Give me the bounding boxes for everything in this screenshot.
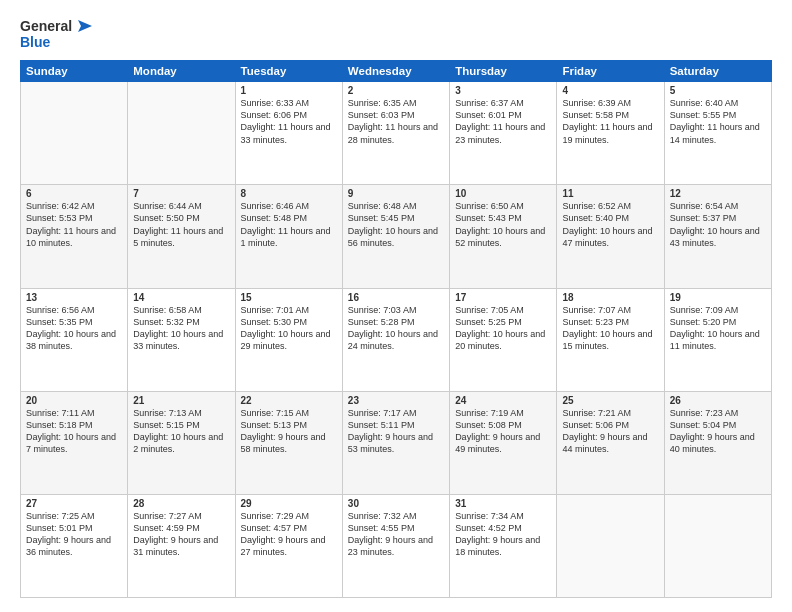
day-number: 23 <box>348 395 444 406</box>
page: General Blue SundayMondayTuesdayWednesda… <box>0 0 792 612</box>
day-number: 22 <box>241 395 337 406</box>
day-cell <box>664 494 771 597</box>
day-number: 24 <box>455 395 551 406</box>
day-cell <box>21 82 128 185</box>
day-cell: 20Sunrise: 7:11 AM Sunset: 5:18 PM Dayli… <box>21 391 128 494</box>
day-cell: 26Sunrise: 7:23 AM Sunset: 5:04 PM Dayli… <box>664 391 771 494</box>
day-info: Sunrise: 6:48 AM Sunset: 5:45 PM Dayligh… <box>348 200 444 249</box>
day-number: 18 <box>562 292 658 303</box>
day-number: 1 <box>241 85 337 96</box>
logo-text-block: General Blue <box>20 18 92 50</box>
day-number: 8 <box>241 188 337 199</box>
day-number: 25 <box>562 395 658 406</box>
day-cell: 22Sunrise: 7:15 AM Sunset: 5:13 PM Dayli… <box>235 391 342 494</box>
day-number: 9 <box>348 188 444 199</box>
day-info: Sunrise: 6:46 AM Sunset: 5:48 PM Dayligh… <box>241 200 337 249</box>
day-number: 14 <box>133 292 229 303</box>
day-cell: 24Sunrise: 7:19 AM Sunset: 5:08 PM Dayli… <box>450 391 557 494</box>
logo-blue: Blue <box>20 34 50 50</box>
day-info: Sunrise: 7:13 AM Sunset: 5:15 PM Dayligh… <box>133 407 229 456</box>
day-info: Sunrise: 7:01 AM Sunset: 5:30 PM Dayligh… <box>241 304 337 353</box>
day-number: 30 <box>348 498 444 509</box>
day-number: 26 <box>670 395 766 406</box>
day-info: Sunrise: 6:52 AM Sunset: 5:40 PM Dayligh… <box>562 200 658 249</box>
week-row-1: 1Sunrise: 6:33 AM Sunset: 6:06 PM Daylig… <box>21 82 772 185</box>
day-cell: 3Sunrise: 6:37 AM Sunset: 6:01 PM Daylig… <box>450 82 557 185</box>
day-number: 3 <box>455 85 551 96</box>
day-cell: 1Sunrise: 6:33 AM Sunset: 6:06 PM Daylig… <box>235 82 342 185</box>
day-cell: 6Sunrise: 6:42 AM Sunset: 5:53 PM Daylig… <box>21 185 128 288</box>
day-number: 10 <box>455 188 551 199</box>
day-number: 21 <box>133 395 229 406</box>
day-cell: 15Sunrise: 7:01 AM Sunset: 5:30 PM Dayli… <box>235 288 342 391</box>
day-info: Sunrise: 7:05 AM Sunset: 5:25 PM Dayligh… <box>455 304 551 353</box>
day-info: Sunrise: 7:03 AM Sunset: 5:28 PM Dayligh… <box>348 304 444 353</box>
day-number: 6 <box>26 188 122 199</box>
svg-marker-0 <box>78 20 92 32</box>
day-number: 7 <box>133 188 229 199</box>
day-cell: 25Sunrise: 7:21 AM Sunset: 5:06 PM Dayli… <box>557 391 664 494</box>
day-info: Sunrise: 7:21 AM Sunset: 5:06 PM Dayligh… <box>562 407 658 456</box>
day-cell: 18Sunrise: 7:07 AM Sunset: 5:23 PM Dayli… <box>557 288 664 391</box>
day-info: Sunrise: 7:23 AM Sunset: 5:04 PM Dayligh… <box>670 407 766 456</box>
weekday-header-saturday: Saturday <box>664 61 771 82</box>
day-number: 5 <box>670 85 766 96</box>
day-cell: 29Sunrise: 7:29 AM Sunset: 4:57 PM Dayli… <box>235 494 342 597</box>
day-info: Sunrise: 7:29 AM Sunset: 4:57 PM Dayligh… <box>241 510 337 559</box>
day-info: Sunrise: 6:39 AM Sunset: 5:58 PM Dayligh… <box>562 97 658 146</box>
day-number: 20 <box>26 395 122 406</box>
day-cell: 27Sunrise: 7:25 AM Sunset: 5:01 PM Dayli… <box>21 494 128 597</box>
day-number: 19 <box>670 292 766 303</box>
day-cell: 21Sunrise: 7:13 AM Sunset: 5:15 PM Dayli… <box>128 391 235 494</box>
calendar-table: SundayMondayTuesdayWednesdayThursdayFrid… <box>20 60 772 598</box>
day-cell: 17Sunrise: 7:05 AM Sunset: 5:25 PM Dayli… <box>450 288 557 391</box>
day-cell: 7Sunrise: 6:44 AM Sunset: 5:50 PM Daylig… <box>128 185 235 288</box>
week-row-3: 13Sunrise: 6:56 AM Sunset: 5:35 PM Dayli… <box>21 288 772 391</box>
day-info: Sunrise: 6:58 AM Sunset: 5:32 PM Dayligh… <box>133 304 229 353</box>
day-number: 2 <box>348 85 444 96</box>
day-cell: 8Sunrise: 6:46 AM Sunset: 5:48 PM Daylig… <box>235 185 342 288</box>
header: General Blue <box>20 18 772 50</box>
day-info: Sunrise: 7:19 AM Sunset: 5:08 PM Dayligh… <box>455 407 551 456</box>
day-info: Sunrise: 6:42 AM Sunset: 5:53 PM Dayligh… <box>26 200 122 249</box>
day-cell: 10Sunrise: 6:50 AM Sunset: 5:43 PM Dayli… <box>450 185 557 288</box>
day-cell: 28Sunrise: 7:27 AM Sunset: 4:59 PM Dayli… <box>128 494 235 597</box>
weekday-header-tuesday: Tuesday <box>235 61 342 82</box>
logo: General Blue <box>20 18 92 50</box>
week-row-5: 27Sunrise: 7:25 AM Sunset: 5:01 PM Dayli… <box>21 494 772 597</box>
day-number: 27 <box>26 498 122 509</box>
day-cell: 11Sunrise: 6:52 AM Sunset: 5:40 PM Dayli… <box>557 185 664 288</box>
day-info: Sunrise: 7:17 AM Sunset: 5:11 PM Dayligh… <box>348 407 444 456</box>
day-cell: 9Sunrise: 6:48 AM Sunset: 5:45 PM Daylig… <box>342 185 449 288</box>
week-row-4: 20Sunrise: 7:11 AM Sunset: 5:18 PM Dayli… <box>21 391 772 494</box>
day-info: Sunrise: 6:56 AM Sunset: 5:35 PM Dayligh… <box>26 304 122 353</box>
day-number: 4 <box>562 85 658 96</box>
day-info: Sunrise: 7:15 AM Sunset: 5:13 PM Dayligh… <box>241 407 337 456</box>
day-info: Sunrise: 7:09 AM Sunset: 5:20 PM Dayligh… <box>670 304 766 353</box>
day-info: Sunrise: 7:32 AM Sunset: 4:55 PM Dayligh… <box>348 510 444 559</box>
day-info: Sunrise: 6:33 AM Sunset: 6:06 PM Dayligh… <box>241 97 337 146</box>
day-number: 12 <box>670 188 766 199</box>
day-cell <box>128 82 235 185</box>
week-row-2: 6Sunrise: 6:42 AM Sunset: 5:53 PM Daylig… <box>21 185 772 288</box>
day-number: 13 <box>26 292 122 303</box>
day-cell: 16Sunrise: 7:03 AM Sunset: 5:28 PM Dayli… <box>342 288 449 391</box>
day-number: 29 <box>241 498 337 509</box>
day-info: Sunrise: 7:11 AM Sunset: 5:18 PM Dayligh… <box>26 407 122 456</box>
day-info: Sunrise: 7:34 AM Sunset: 4:52 PM Dayligh… <box>455 510 551 559</box>
day-info: Sunrise: 6:37 AM Sunset: 6:01 PM Dayligh… <box>455 97 551 146</box>
day-info: Sunrise: 6:40 AM Sunset: 5:55 PM Dayligh… <box>670 97 766 146</box>
day-number: 31 <box>455 498 551 509</box>
day-number: 11 <box>562 188 658 199</box>
day-number: 16 <box>348 292 444 303</box>
weekday-header-sunday: Sunday <box>21 61 128 82</box>
day-cell: 2Sunrise: 6:35 AM Sunset: 6:03 PM Daylig… <box>342 82 449 185</box>
day-cell: 14Sunrise: 6:58 AM Sunset: 5:32 PM Dayli… <box>128 288 235 391</box>
day-cell <box>557 494 664 597</box>
day-info: Sunrise: 6:44 AM Sunset: 5:50 PM Dayligh… <box>133 200 229 249</box>
logo-general: General <box>20 18 72 34</box>
day-cell: 30Sunrise: 7:32 AM Sunset: 4:55 PM Dayli… <box>342 494 449 597</box>
day-cell: 12Sunrise: 6:54 AM Sunset: 5:37 PM Dayli… <box>664 185 771 288</box>
day-info: Sunrise: 6:35 AM Sunset: 6:03 PM Dayligh… <box>348 97 444 146</box>
day-cell: 5Sunrise: 6:40 AM Sunset: 5:55 PM Daylig… <box>664 82 771 185</box>
